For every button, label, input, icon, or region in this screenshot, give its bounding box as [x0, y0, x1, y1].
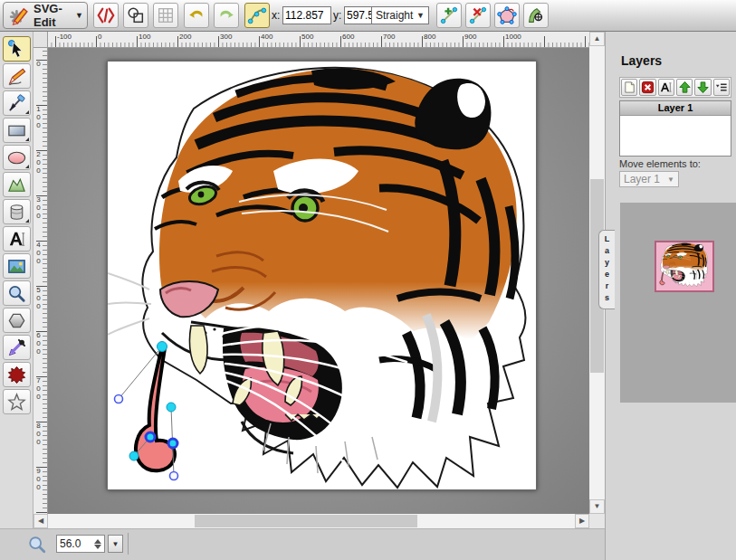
arrow-down-icon: [696, 81, 710, 94]
rename-layer-button[interactable]: [658, 79, 674, 96]
scroll-down-button[interactable]: ▼: [589, 499, 605, 514]
layer-row-active[interactable]: Layer 1: [620, 101, 731, 116]
move-elements-select[interactable]: Layer 1 ▼: [619, 171, 679, 187]
app-menu-label: SVG-Edit: [33, 2, 71, 29]
rectangle-tool-icon: [6, 120, 27, 141]
drawing-canvas[interactable]: [107, 61, 537, 490]
foreign-object-tool-icon: [6, 365, 27, 385]
undo-icon: [186, 5, 206, 25]
h-ruler-label: 800: [424, 33, 435, 41]
tool-path[interactable]: [3, 172, 31, 197]
edit-node-tool-button[interactable]: [244, 3, 270, 28]
h-ruler-label: 500: [301, 33, 313, 41]
scroll-up-button[interactable]: ▲: [589, 32, 605, 46]
tool-rectangle[interactable]: [3, 118, 31, 143]
horizontal-scrollbar[interactable]: ◀ ▶: [33, 514, 589, 528]
tool-select[interactable]: [3, 36, 31, 62]
layer-toolbar: [619, 77, 731, 98]
tool-zoom[interactable]: [3, 280, 31, 306]
side-panel-handle-icon: [714, 81, 728, 94]
scroll-left-button[interactable]: ◀: [33, 514, 48, 528]
grid-icon: [156, 5, 176, 25]
tool-text[interactable]: [3, 226, 31, 252]
zoom-level-icon: [27, 535, 47, 555]
bottom-bar: 56.0 ▼: [0, 528, 605, 560]
layer-list[interactable]: Layer 1: [619, 100, 731, 157]
document-properties-button[interactable]: [123, 3, 148, 28]
segment-type-value: Straight: [376, 9, 413, 22]
path-node[interactable]: [167, 403, 176, 412]
open-close-path-button[interactable]: [494, 3, 520, 28]
preview-block: [620, 203, 736, 403]
align-to-page-button[interactable]: [523, 3, 549, 28]
tiger-illustration[interactable]: [108, 68, 525, 488]
v-ruler-label: 0: [34, 60, 42, 68]
image-tool-icon: [6, 256, 27, 277]
move-elements-label: Move elements to:: [619, 158, 701, 169]
control-handle[interactable]: [115, 395, 123, 403]
delete-node-button[interactable]: [465, 3, 491, 28]
line-tool-icon: [6, 93, 27, 114]
zoom-tool-icon: [6, 283, 27, 304]
tool-shape-library[interactable]: [3, 199, 31, 224]
v-ruler-label: 200: [34, 150, 42, 175]
delete-layer-button[interactable]: [639, 79, 655, 96]
main-toolbar: SVG-Edit ▼: [0, 0, 736, 32]
h-ruler-label: 400: [261, 33, 272, 41]
tool-eyedropper[interactable]: [3, 335, 31, 360]
side-panel-handle-button[interactable]: [713, 79, 730, 96]
move-layer-down-button[interactable]: [694, 79, 711, 96]
scrollbar-corner: [589, 514, 605, 528]
undo-button[interactable]: [184, 3, 209, 28]
control-handle[interactable]: [170, 472, 178, 480]
zoom-level-input[interactable]: 56.0: [56, 535, 105, 553]
svg-edit-app: SVG-Edit ▼: [0, 0, 736, 560]
h-ruler-label: 900: [464, 33, 476, 41]
x-coordinate-input[interactable]: [282, 6, 331, 24]
v-ruler-label: 500: [34, 286, 42, 310]
segment-type-select[interactable]: Straight ▼: [371, 6, 429, 24]
layers-panel: Layers: [605, 32, 736, 560]
redo-button[interactable]: [214, 3, 239, 28]
tool-star[interactable]: [3, 389, 31, 414]
spinner-icon[interactable]: [94, 539, 101, 549]
path-node[interactable]: [129, 451, 139, 460]
arrow-up-icon: [678, 81, 692, 94]
layers-side-tab[interactable]: Layers: [598, 230, 615, 309]
tool-foreign-object[interactable]: [3, 362, 31, 387]
scroll-right-button[interactable]: ▶: [575, 514, 589, 528]
canvas-artwork: [108, 62, 536, 489]
grid-button[interactable]: [153, 3, 178, 28]
select-tool-icon: [6, 39, 27, 60]
toolbar-separator: [128, 533, 129, 555]
rename-layer-icon: [659, 81, 673, 94]
path-node[interactable]: [158, 342, 167, 352]
svg-source-button[interactable]: [93, 3, 119, 28]
selected-path-node[interactable]: [168, 439, 177, 448]
tool-ellipse[interactable]: [3, 145, 31, 170]
add-node-button[interactable]: [436, 3, 462, 28]
left-arrow-icon: ◀: [38, 517, 43, 525]
tool-line[interactable]: [3, 90, 31, 116]
ruler-corner: [33, 32, 48, 48]
v-ruler: 0100200300400500600700800900: [33, 48, 48, 514]
selected-path-node[interactable]: [146, 432, 155, 441]
main-menu-button[interactable]: SVG-Edit ▼: [3, 2, 88, 29]
tool-polygon[interactable]: [3, 308, 31, 333]
move-layer-up-button[interactable]: [676, 79, 693, 96]
thumbnail-artwork: [656, 242, 709, 287]
workspace[interactable]: [48, 48, 589, 514]
horizontal-scroll-thumb[interactable]: [195, 515, 417, 527]
y-coordinate-label: y:: [333, 9, 341, 22]
delete-node-icon: [468, 5, 488, 25]
eyedropper-tool-icon: [6, 337, 27, 358]
edit-node-icon: [247, 5, 267, 25]
canvas-thumbnail[interactable]: [655, 241, 714, 292]
tool-pencil[interactable]: [3, 63, 31, 89]
new-layer-button[interactable]: [621, 79, 637, 96]
align-to-page-icon: [526, 5, 546, 25]
h-ruler-label: 1000: [505, 33, 521, 41]
zoom-preset-dropdown[interactable]: ▼: [108, 535, 123, 553]
tool-image[interactable]: [3, 253, 31, 279]
zoom-level-value: 56.0: [60, 537, 81, 550]
